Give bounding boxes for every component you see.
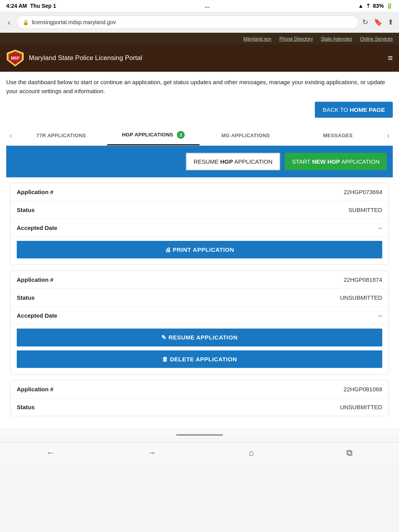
battery-icon: 🔋	[386, 3, 393, 9]
app1-number-field: Application # 22HGP073694	[11, 183, 388, 201]
application-card-2: Application # 22HGP081874 Status UNSUBMI…	[10, 270, 389, 375]
maryland-gov-link[interactable]: Maryland.gov	[243, 36, 271, 42]
status-bar: 4:24 AM Thu Sep 1 ... ▲ ⇡ 83% 🔋	[0, 0, 399, 12]
tab-mg-applications[interactable]: MG APPLICATIONS	[200, 127, 292, 144]
bottom-back-button[interactable]: ←	[46, 448, 55, 458]
online-services-link[interactable]: Online Services	[360, 36, 393, 42]
refresh-button[interactable]: ↻	[362, 18, 368, 27]
site-header: MSP Maryland State Police Licensing Port…	[0, 44, 399, 72]
hamburger-menu-button[interactable]: ≡	[388, 53, 393, 63]
app1-actions: 🖨 PRINT APPLICATION	[11, 237, 388, 265]
resume-hgp-button[interactable]: RESUME HGP APPLICATION	[186, 153, 280, 170]
scroll-indicator	[0, 428, 399, 438]
app1-accepted-date-field: Accepted Date --	[11, 219, 388, 237]
dots-indicator: ...	[205, 2, 210, 9]
app2-number-field: Application # 22HGP081874	[11, 271, 388, 289]
battery-level: 83%	[373, 3, 384, 9]
browser-back-button[interactable]: ‹	[5, 17, 13, 28]
application-action-bar: RESUME HGP APPLICATION START NEW HGP APP…	[6, 146, 393, 177]
app2-accepted-date-field: Accepted Date --	[11, 307, 388, 325]
wifi-icon: ⇡	[366, 3, 371, 9]
back-to-home-button[interactable]: BACK TO HOME PAGE	[315, 102, 393, 118]
application-card-3: Application # 22HGP081068 Status UNSUBMI…	[10, 380, 389, 416]
time: 4:24 AM	[6, 3, 27, 9]
location-icon: ▲	[358, 3, 364, 9]
lock-icon: 🔒	[23, 19, 29, 25]
share-button[interactable]: ⬆	[388, 18, 394, 27]
tab-prev-button[interactable]: ‹	[6, 127, 15, 144]
app3-number-field: Application # 22HGP081068	[11, 380, 388, 398]
main-content: Use the dashboard below to start or cont…	[0, 72, 399, 428]
state-agencies-link[interactable]: State Agencies	[321, 36, 352, 42]
intro-text: Use the dashboard below to start or cont…	[6, 78, 393, 95]
phone-directory-link[interactable]: Phone Directory	[279, 36, 313, 42]
bottom-tabs-button[interactable]: ⧉	[346, 448, 353, 458]
tab-next-button[interactable]: ›	[384, 127, 393, 144]
print-application-button-1[interactable]: 🖨 PRINT APPLICATION	[17, 241, 382, 258]
bookmark-button[interactable]: 🔖	[374, 18, 382, 27]
hgp-badge: 2	[177, 131, 185, 139]
start-new-hgp-button[interactable]: START NEW HGP APPLICATION	[285, 153, 387, 170]
svg-text:MSP: MSP	[11, 56, 19, 60]
tab-messages[interactable]: MESSAGES	[292, 127, 384, 144]
app1-status-field: Status SUBMITTED	[11, 201, 388, 219]
bottom-home-button[interactable]: ⌂	[249, 448, 254, 458]
day: Thu Sep 1	[30, 3, 56, 9]
resume-application-button-2[interactable]: ✎ RESUME APPLICATION	[17, 329, 382, 346]
app3-status-field: Status UNSUBMITTED	[11, 398, 388, 416]
tab-hgp-applications[interactable]: HGP APPLICATIONS 2	[107, 125, 200, 145]
tab-77r-applications[interactable]: 77R APPLICATIONS	[15, 127, 108, 144]
tabs-container: ‹ 77R APPLICATIONS HGP APPLICATIONS 2 MG…	[6, 125, 393, 146]
bottom-nav-bar: ← → ⌂ ⧉	[0, 442, 399, 463]
state-police-logo: MSP	[6, 49, 24, 67]
bottom-forward-button[interactable]: →	[148, 448, 156, 458]
application-card-1: Application # 22HGP073694 Status SUBMITT…	[10, 183, 389, 265]
browser-bar: ‹ 🔒 licensingportal.mdsp.maryland.gov ↻ …	[0, 12, 399, 33]
delete-application-button-2[interactable]: 🗑 DELETE APPLICATION	[17, 350, 382, 368]
top-nav-links: Maryland.gov Phone Directory State Agenc…	[0, 33, 399, 44]
app2-actions: ✎ RESUME APPLICATION 🗑 DELETE APPLICATIO…	[11, 325, 388, 374]
site-title: Maryland State Police Licensing Portal	[29, 54, 142, 62]
url-text: licensingportal.mdsp.maryland.gov	[32, 19, 116, 25]
address-bar[interactable]: 🔒 licensingportal.mdsp.maryland.gov	[17, 16, 358, 29]
app2-status-field: Status UNSUBMITTED	[11, 289, 388, 307]
